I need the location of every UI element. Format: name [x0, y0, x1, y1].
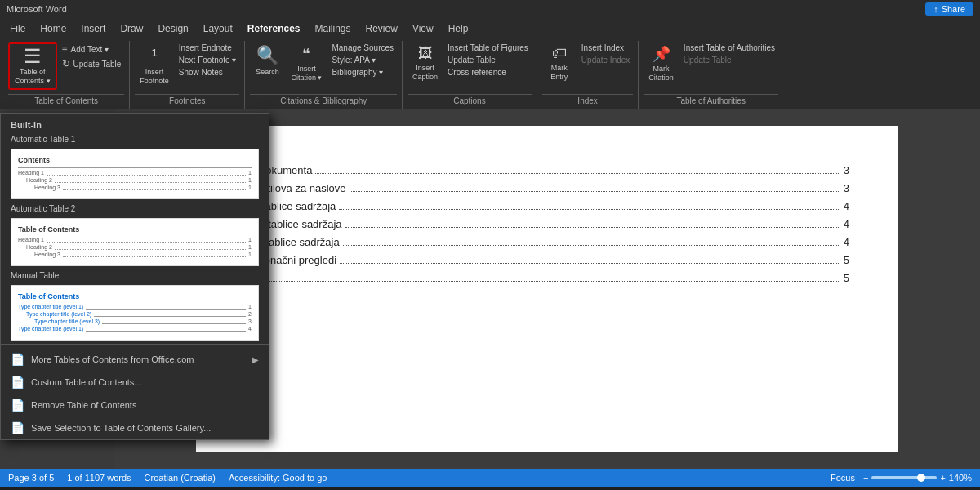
search-button[interactable]: 🔍 Search	[250, 42, 284, 78]
menu-references[interactable]: References	[241, 21, 307, 36]
share-button[interactable]: ↑ Share	[925, 2, 973, 16]
toc2-preview-row-2: Heading 2 1	[26, 244, 252, 250]
remove-toc-icon: 📄	[11, 399, 24, 412]
manual-row-3: Type chapter title (level 3) 3	[34, 318, 252, 324]
app-title: Microsoft Word	[7, 4, 67, 14]
auto-table-2-header: Table of Contents	[18, 225, 252, 234]
menu-draw[interactable]: Draw	[114, 21, 149, 36]
insert-citation-button[interactable]: ❝ InsertCitation ▾	[286, 42, 327, 85]
doc-num-6: 5	[844, 254, 849, 266]
doc-num-3: 4	[844, 200, 849, 212]
insert-endnote-label: Insert Endnote	[179, 43, 232, 52]
accessibility: Accessibility: Good to go	[229, 473, 327, 483]
custom-toc-item[interactable]: 📄 Custom Table of Contents...	[1, 371, 269, 394]
insert-index-label: Insert Index	[581, 43, 624, 52]
doc-num-2: 3	[844, 182, 849, 194]
footnotes-content: ¹ InsertFootnote Insert Endnote Next Foo…	[135, 42, 239, 92]
menu-layout[interactable]: Layout	[197, 21, 239, 36]
citation-icon: ❝	[302, 45, 310, 63]
add-text-icon: ≡	[62, 43, 68, 55]
auto-table-1-preview[interactable]: Contents Heading 1 1 Heading 2 1 Heading…	[11, 149, 259, 199]
insert-caption-button[interactable]: 🖼 InsertCaption	[408, 42, 443, 84]
insert-endnote-button[interactable]: Insert Endnote	[176, 42, 240, 53]
menu-view[interactable]: View	[406, 21, 440, 36]
auto-table-1-title: Automatic Table 1	[1, 133, 269, 145]
menu-file[interactable]: File	[3, 21, 32, 36]
doc-fill-5	[343, 234, 840, 246]
manual-table-header: Table of Contents	[18, 292, 252, 301]
doc-row-7: 5	[245, 270, 849, 284]
ribbon-group-index: 🏷 MarkEntry Insert Index Update Index In…	[537, 41, 639, 109]
menu-help[interactable]: Help	[442, 21, 475, 36]
update-table-cap-button[interactable]: Update Table	[444, 55, 532, 65]
more-toc-arrow: ▶	[252, 355, 259, 364]
language: Croatian (Croatia)	[145, 473, 216, 483]
insert-table-figures-button[interactable]: Insert Table of Figures	[444, 42, 532, 53]
update-index-label: Update Index	[581, 56, 630, 65]
doc-fill-2	[350, 180, 840, 192]
ribbon-group-footnotes: ¹ InsertFootnote Insert Endnote Next Foo…	[130, 41, 245, 109]
update-table-button[interactable]: ↻ Update Table	[59, 57, 125, 70]
insert-index-button[interactable]: Insert Index	[578, 42, 634, 53]
remove-toc-item[interactable]: 📄 Remove Table of Contents	[1, 394, 269, 416]
manage-sources-button[interactable]: Manage Sources	[328, 42, 397, 53]
menu-insert[interactable]: Insert	[74, 21, 112, 36]
ribbon-group-citations: 🔍 Search ❝ InsertCitation ▾ Manage Sourc…	[245, 41, 403, 109]
menu-mailings[interactable]: Mailings	[309, 21, 358, 36]
cross-reference-button[interactable]: Cross-reference	[444, 67, 532, 78]
citations-content: 🔍 Search ❝ InsertCitation ▾ Manage Sourc…	[250, 42, 397, 92]
zoom-control[interactable]: − + 140%	[863, 473, 972, 483]
menu-review[interactable]: Review	[359, 21, 404, 36]
insert-toa-button[interactable]: Insert Table of Authorities	[680, 42, 778, 53]
manage-sources-label: Manage Sources	[332, 43, 394, 52]
zoom-in-icon[interactable]: +	[940, 473, 945, 483]
mark-entry-button[interactable]: 🏷 MarkEntry	[542, 42, 577, 84]
doc-fill-3	[339, 198, 840, 210]
toc-preview-text-3: Heading 3	[34, 185, 60, 190]
mark-citation-label: MarkCitation	[648, 65, 674, 82]
doc-num-7: 5	[844, 272, 849, 284]
next-footnote-label: Next Footnote ▾	[179, 56, 237, 65]
page-info: Page 3 of 5	[8, 473, 54, 483]
zoom-out-icon[interactable]: −	[863, 473, 868, 483]
word-count: 1 of 1107 words	[67, 473, 131, 483]
bibliography-button[interactable]: Bibliography ▾	[328, 67, 397, 78]
insert-table-figures-label: Insert Table of Figures	[448, 43, 528, 52]
insert-footnote-button[interactable]: ¹ InsertFootnote	[135, 42, 174, 88]
auto-table-1-line	[18, 167, 252, 168]
manual-table-preview[interactable]: Table of Contents Type chapter title (le…	[11, 285, 259, 341]
add-text-label: Add Text ▾	[71, 45, 109, 54]
footnote-small-buttons: Insert Endnote Next Footnote ▾ Show Note…	[176, 42, 240, 78]
zoom-slider[interactable]	[871, 476, 937, 479]
add-text-button[interactable]: ≡ Add Text ▾	[59, 42, 125, 56]
insert-toa-label: Insert Table of Authorities	[684, 43, 775, 52]
manual-row-2: Type chapter title (level 2) 2	[26, 311, 252, 317]
doc-row-3: nje tablice sadržaja 4	[245, 198, 849, 212]
toc-preview-row-2: Heading 2 1	[26, 177, 252, 183]
table-of-contents-button[interactable]: ☰ Table ofContents ▾	[8, 42, 57, 90]
manual-row-1: Type chapter title (level 1) 1	[18, 304, 252, 310]
bibliography-label: Bibliography ▾	[332, 68, 383, 77]
show-notes-button[interactable]: Show Notes	[176, 67, 240, 78]
toc-label: Table ofContents ▾	[15, 68, 51, 86]
next-footnote-button[interactable]: Next Footnote ▾	[176, 55, 240, 65]
custom-toc-label: Custom Table of Contents...	[31, 377, 142, 387]
style-button[interactable]: Style: APA ▾	[328, 55, 397, 65]
update-toa-button[interactable]: Update Table	[680, 55, 778, 65]
captions-group-label: Captions	[408, 94, 532, 107]
mark-citation-button[interactable]: 📌 MarkCitation	[644, 42, 679, 85]
more-toc-item[interactable]: 📄 More Tables of Contents from Office.co…	[1, 348, 269, 371]
menu-design[interactable]: Design	[151, 21, 194, 36]
menu-home[interactable]: Home	[33, 21, 73, 36]
auto-table-2-preview[interactable]: Table of Contents Heading 1 1 Heading 2 …	[11, 218, 259, 266]
toa-group-label: Table of Authorities	[644, 94, 778, 107]
ribbon-group-toc: ☰ Table ofContents ▾ ≡ Add Text ▾ ↻ Upda…	[3, 41, 130, 109]
update-index-button[interactable]: Update Index	[578, 55, 634, 65]
toc-preview-text-1: Heading 1	[18, 170, 44, 176]
toc-preview-num-2: 1	[248, 177, 252, 183]
toc-preview-num-1: 1	[248, 170, 252, 176]
toa-content: 📌 MarkCitation Insert Table of Authoriti…	[644, 42, 778, 92]
save-selection-item[interactable]: 📄 Save Selection to Table of Contents Ga…	[1, 416, 269, 439]
remove-toc-label: Remove Table of Contents	[31, 400, 136, 410]
show-notes-label: Show Notes	[179, 68, 223, 77]
